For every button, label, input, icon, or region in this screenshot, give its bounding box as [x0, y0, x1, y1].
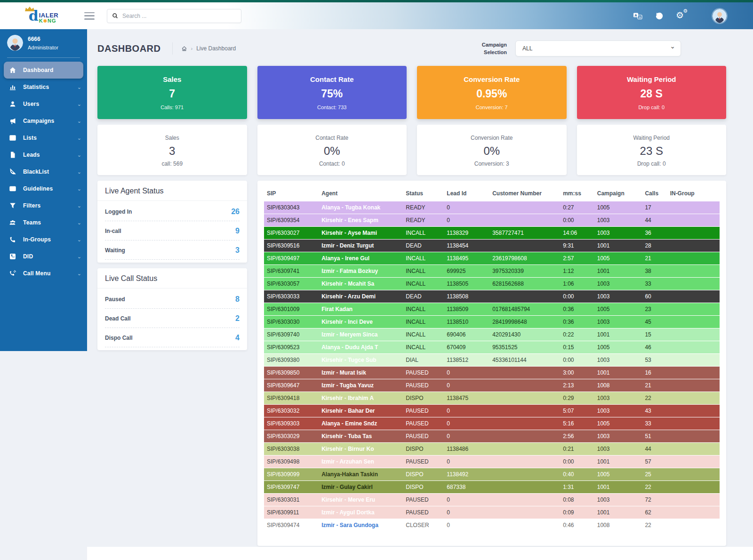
sip-cell: SIP/6309354: [264, 214, 319, 227]
footer: [87, 547, 753, 560]
summary-card-title: Contact Rate: [257, 135, 407, 141]
user-avatar[interactable]: [713, 9, 727, 23]
breadcrumb: › Live Dashboard: [172, 42, 236, 55]
agent-link[interactable]: Kirsehir - Mcahit Sa: [319, 278, 403, 290]
table-header-row: SIPAgentStatusLead IdCustomer Numbermm:s…: [264, 185, 720, 201]
status-label: Waiting: [105, 247, 125, 254]
customer-number-cell: 45336101144: [489, 354, 560, 367]
agent-link[interactable]: Izmir - Tugba Yavuz: [319, 379, 403, 392]
sidebar-item-dashboard[interactable]: Dashboard: [4, 62, 83, 79]
status-value: 2: [235, 314, 240, 323]
sidebar-item-filters[interactable]: Filters ⌄: [0, 197, 87, 214]
panel-title: Live Call Status: [97, 268, 247, 288]
calls-cell: 22: [642, 392, 667, 405]
agent-link[interactable]: Kirsehir - Tugce Sub: [319, 354, 403, 367]
home-icon[interactable]: [181, 46, 187, 52]
status-cell: DISPO: [403, 481, 444, 494]
table-row: SIP/6303057 Kirsehir - Mcahit Sa INCALL …: [264, 278, 720, 290]
lead-id-cell: 1138492: [444, 468, 489, 481]
in-group-cell: [667, 316, 720, 328]
agent-link[interactable]: Kirsehir - Enes Sapm: [319, 214, 403, 227]
summary-card-title: Waiting Period: [577, 135, 727, 141]
search-input[interactable]: [122, 13, 236, 19]
time-cell: 0:36: [560, 303, 594, 316]
sidebar-user-avatar: [7, 35, 23, 51]
table-row: SIP/6303033 Kirsehir - Arzu Demi DEAD 11…: [264, 290, 720, 303]
agent-link[interactable]: Izmir - Aygul Dortka: [319, 506, 403, 519]
agent-link[interactable]: Kirsehir - Tuba Tas: [319, 430, 403, 443]
agent-link[interactable]: Izmir - Arzuhan Sen: [319, 456, 403, 468]
history-icon[interactable]: [654, 11, 665, 21]
agent-link[interactable]: Kirsehir - Arzu Demi: [319, 290, 403, 303]
divider: [7, 57, 80, 58]
agent-link[interactable]: Alanya - Irene Gul: [319, 252, 403, 265]
customer-number-cell: [489, 379, 560, 392]
customer-number-cell: [489, 456, 560, 468]
agent-link[interactable]: Izmir - Gulay Cakirl: [319, 481, 403, 494]
sidebar-item-users[interactable]: Users ⌄: [0, 96, 87, 112]
campaign-cell: 1008: [594, 519, 642, 532]
sidebar-item-call-menu[interactable]: Call Menu ⌄: [0, 265, 87, 282]
sidebar-item-in-groups[interactable]: In-Groups ⌄: [0, 231, 87, 248]
translate-icon[interactable]: Aa: [633, 11, 643, 21]
lead-id-cell: 0: [444, 379, 489, 392]
sip-cell: SIP/6309850: [264, 367, 319, 379]
status-value: 9: [235, 227, 240, 235]
agent-link[interactable]: Kirsehir - Inci Deve: [319, 316, 403, 328]
sip-cell: SIP/6301009: [264, 303, 319, 316]
calls-cell: 43: [642, 405, 667, 417]
campaign-cell: 1003: [594, 494, 642, 506]
lead-id-cell: 1138512: [444, 354, 489, 367]
agent-link[interactable]: Izmir - Deniz Turgut: [319, 240, 403, 252]
summary-card-subtext: call: 569: [97, 160, 247, 167]
campaign-select[interactable]: ALL: [515, 40, 681, 56]
stat-card-title: Waiting Period: [577, 75, 727, 83]
agent-link[interactable]: Izmir - Fatma Bozkuy: [319, 265, 403, 278]
sidebar-item-guidelines[interactable]: Guidelines ⌄: [0, 180, 87, 197]
time-cell: 9:31: [560, 240, 594, 252]
status-cell: PAUSED: [403, 417, 444, 430]
sidebar-item-lists[interactable]: Lists ⌄: [0, 129, 87, 146]
campaign-select-wrap: ALL: [515, 40, 681, 56]
lead-id-cell: 1138505: [444, 278, 489, 290]
sidebar-item-campaigns[interactable]: Campaigns ⌄: [0, 112, 87, 129]
calls-cell: 44: [642, 214, 667, 227]
calls-cell: 36: [642, 227, 667, 240]
agent-link[interactable]: Kirsehir - Ibrahim A: [319, 392, 403, 405]
campaign-selection-label: Campaign Selection: [479, 41, 507, 56]
status-cell: READY: [403, 214, 444, 227]
agent-link[interactable]: Alanya - Tugba Konak: [319, 201, 403, 214]
sidebar-item-did[interactable]: DID ⌄: [0, 248, 87, 265]
agent-link[interactable]: Kirsehir - Ayse Mami: [319, 227, 403, 240]
customer-number-cell: [489, 405, 560, 417]
status-cell: DEAD: [403, 290, 444, 303]
sidebar-item-teams[interactable]: Teams ⌄: [0, 214, 87, 231]
column-header: SIP: [264, 185, 319, 201]
in-group-cell: [667, 341, 720, 354]
breadcrumb-current: Live Dashboard: [196, 45, 236, 52]
agent-link[interactable]: Izmir - Sara Gundoga: [319, 519, 403, 532]
sidebar-item-leads[interactable]: Leads ⌄: [0, 146, 87, 163]
agent-link[interactable]: Alanya-Hakan Taskin: [319, 468, 403, 481]
summary-card: Conversion Rate 0% Conversion: 3: [417, 125, 567, 175]
agent-link[interactable]: Izmir - Meryem Sinca: [319, 328, 403, 341]
agent-link[interactable]: Kirsehir - Birnur Ko: [319, 443, 403, 456]
gears-icon[interactable]: ⚙⚙: [676, 11, 686, 21]
agent-link[interactable]: Kirsehir - Bahar Der: [319, 405, 403, 417]
summary-card-value: 0%: [417, 144, 567, 158]
sidebar-item-statistics[interactable]: Statistics ⌄: [0, 79, 87, 96]
lead-id-cell: 1138454: [444, 240, 489, 252]
time-cell: 0:36: [560, 316, 594, 328]
agent-link[interactable]: Alanya - Dudu Ajda T: [319, 341, 403, 354]
agent-link[interactable]: Izmir - Murat Isik: [319, 367, 403, 379]
lead-id-cell: 687338: [444, 481, 489, 494]
lead-id-cell: 0: [444, 519, 489, 532]
sidebar-item-blacklist[interactable]: BlackList ⌄: [0, 163, 87, 180]
agent-link[interactable]: Alanya - Emine Sndz: [319, 417, 403, 430]
agent-link[interactable]: Firat Kadan: [319, 303, 403, 316]
campaign-cell: 1003: [594, 430, 642, 443]
customer-number-cell: [489, 481, 560, 494]
agent-link[interactable]: Kirsehir - Merve Eru: [319, 494, 403, 506]
calls-cell: 16: [642, 367, 667, 379]
customer-number-cell: [489, 506, 560, 519]
